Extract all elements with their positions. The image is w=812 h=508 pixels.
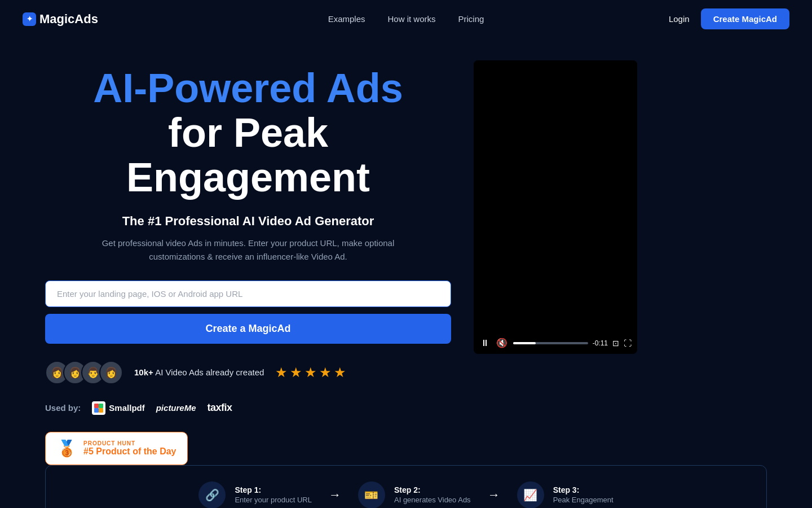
logo[interactable]: ✦ MagicAds [23,12,98,27]
step-3: 📈 Step 3: Peak Engagement [517,481,614,508]
ph-tag: PRODUCT HUNT [83,440,176,446]
hero-title-white: for Peak Engagement [45,111,451,200]
svg-rect-2 [99,404,103,408]
time-display: -0:11 [593,339,608,347]
star-4: ★ [319,365,332,380]
star-rating: ★ ★ ★ ★ ★ [275,365,346,380]
brand-pictureme: pictureMe [156,403,196,413]
hero-section: AI-Powered Ads for Peak Engagement The #… [0,38,812,465]
nav-links: Examples How it works Pricing [328,14,484,24]
avatar-4: 👩 [99,361,123,384]
hero-title-blue: AI-Powered Ads [45,66,451,111]
taxfix-label: taxfix [208,402,232,414]
hero-content: AI-Powered Ads for Peak Engagement The #… [45,60,451,465]
pip-icon[interactable]: ⊡ [612,339,619,348]
product-hunt-badge: 🥉 PRODUCT HUNT #5 Product of the Day [45,432,188,465]
step-1-label: Step 1: [235,485,312,494]
arrow-2: → [488,488,500,502]
navbar: ✦ MagicAds Examples How it works Pricing… [0,0,812,38]
step-3-desc: Peak Engagement [553,496,614,504]
svg-rect-1 [94,404,99,408]
social-proof: 👩 👩 👨 👩 10k+ AI Video Ads already create… [45,361,451,384]
hero-subtitle: The #1 Professional AI Video Ad Generato… [45,214,451,229]
smallpdf-label: Smallpdf [109,403,144,413]
nav-actions: Login Create MagicAd [669,8,789,29]
steps-section: 🔗 Step 1: Enter your product URL → 🎫 Ste… [0,465,812,508]
fullscreen-icon[interactable]: ⛶ [624,339,632,348]
step-3-text: Step 3: Peak Engagement [553,485,614,504]
star-5: ★ [334,365,346,380]
hero-description: Get professional video Ads in minutes. E… [93,237,403,264]
step-3-label: Step 3: [553,485,614,494]
video-panel[interactable]: ⏸ 🔇 -0:11 ⊡ ⛶ [474,60,637,354]
progress-bar[interactable] [513,342,588,344]
ph-medal-icon: 🥉 [57,439,77,458]
create-magic-ad-button[interactable]: Create MagicAd [701,8,789,29]
step-1-icon: 🔗 [198,481,226,508]
mute-button[interactable]: 🔇 [495,336,509,349]
pause-button[interactable]: ⏸ [479,337,491,349]
step-1: 🔗 Step 1: Enter your product URL [198,481,312,508]
star-1: ★ [275,365,288,380]
progress-fill [513,342,536,344]
brand-taxfix: taxfix [208,402,232,414]
star-2: ★ [290,365,302,380]
logo-icon: ✦ [23,12,36,26]
step-1-text: Step 1: Enter your product URL [235,485,312,504]
smallpdf-icon [92,401,105,415]
step-2-icon: 🎫 [358,481,385,508]
ph-badge-label: #5 Product of the Day [83,446,176,457]
step-2-desc: AI generates Video Ads [394,496,471,504]
login-button[interactable]: Login [669,14,690,24]
brand-smallpdf: Smallpdf [92,401,144,415]
avatar-group: 👩 👩 👨 👩 [45,361,123,384]
proof-text: 10k+ AI Video Ads already created [134,367,264,377]
nav-link-examples[interactable]: Examples [328,14,365,24]
svg-rect-4 [99,408,103,413]
video-controls: ⏸ 🔇 -0:11 ⊡ ⛶ [474,332,637,354]
proof-suffix: AI Video Ads already created [155,367,264,377]
ph-text: PRODUCT HUNT #5 Product of the Day [83,440,176,457]
step-2-label: Step 2: [394,485,471,494]
nav-link-how-it-works[interactable]: How it works [387,14,435,24]
used-by: Used by: Smallpdf pictureMe taxfix [45,401,451,415]
url-input[interactable] [45,281,451,307]
logo-text: MagicAds [39,12,98,27]
star-3: ★ [304,365,317,380]
arrow-1: → [329,488,341,502]
create-ad-button[interactable]: Create a MagicAd [45,314,451,344]
step-2-text: Step 2: AI generates Video Ads [394,485,471,504]
pictureme-label: pictureMe [156,403,196,413]
step-3-icon: 📈 [517,481,544,508]
svg-rect-3 [94,408,99,413]
step-2: 🎫 Step 2: AI generates Video Ads [358,481,471,508]
used-by-label: Used by: [45,403,81,413]
svg-rect-0 [92,401,105,415]
proof-count: 10k+ [134,367,153,377]
nav-link-pricing[interactable]: Pricing [458,14,484,24]
steps-box: 🔗 Step 1: Enter your product URL → 🎫 Ste… [45,465,767,508]
step-1-desc: Enter your product URL [235,496,312,504]
